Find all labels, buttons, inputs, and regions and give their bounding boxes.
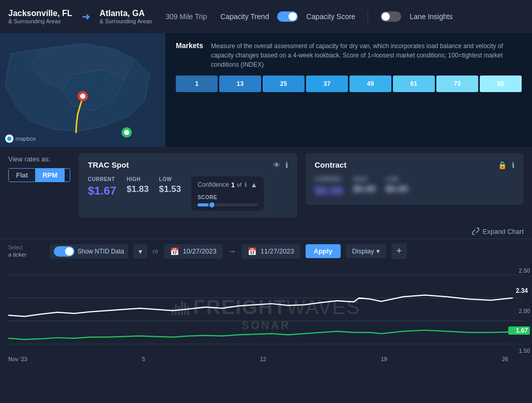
current-rate-group: CURRENT $1.67 <box>88 176 116 198</box>
x-label-19: 19 <box>381 356 387 362</box>
markets-header: Markets Measure of the overall assessmen… <box>176 41 522 69</box>
scale-cell-6[interactable]: 61 <box>393 76 435 92</box>
x-label-26: 26 <box>502 356 508 362</box>
rate-type-toggle[interactable]: Flat RPM <box>8 168 70 182</box>
contract-card: Contract 🔒 ℹ CURRENT $0.00 High $0.00 Lo… <box>306 153 524 205</box>
confidence-slider[interactable] <box>197 203 257 206</box>
expand-icon <box>472 227 480 235</box>
low-rate-group: Low $1.53 <box>159 176 181 195</box>
origin-location: Jacksonville, FL & Surrounding Areas <box>8 9 72 24</box>
contract-body-blurred: CURRENT $0.00 High $0.00 Low $0.00 <box>315 176 515 198</box>
header-controls: Capacity Trend Capacity Score Lane Insig… <box>220 10 452 23</box>
ticker-label: a ticker <box>8 251 44 258</box>
high-value: $1.83 <box>127 184 149 195</box>
ntid-label: Show NTID Data <box>78 248 124 255</box>
markets-overlay: Markets Measure of the overall assessmen… <box>165 33 532 147</box>
trac-spot-title: TRAC Spot <box>88 160 129 169</box>
start-date-value: 10/27/2023 <box>183 247 217 255</box>
ntid-dropdown-button[interactable]: ▾ <box>133 244 147 259</box>
capacity-score-label: Capacity Score <box>306 12 355 21</box>
confidence-chevron-icon[interactable]: ▲ <box>250 181 257 189</box>
scale-cell-4[interactable]: 37 <box>306 76 348 92</box>
current-value: $1.67 <box>88 184 116 198</box>
view-rates-label: View rates as: <box>8 155 70 163</box>
contract-icons: 🔒 ℹ <box>498 161 514 169</box>
markets-title: Markets <box>176 41 207 50</box>
confidence-label: Confidence <box>197 181 229 188</box>
map-background: mapbox <box>0 33 165 147</box>
calendar-start-icon: 📅 <box>170 247 179 256</box>
header: Jacksonville, FL & Surrounding Areas ➜ A… <box>0 0 532 33</box>
x-label-5: 5 <box>142 356 145 362</box>
svg-point-2 <box>80 94 85 99</box>
origin-sub: & Surrounding Areas <box>8 18 72 24</box>
svg-point-5 <box>7 137 11 141</box>
scale-cell-8[interactable]: 85 <box>480 76 522 92</box>
contract-current-label: CURRENT <box>315 176 343 182</box>
ticker-selector[interactable]: Select a ticker <box>8 245 44 258</box>
start-date-input[interactable]: 📅 10/27/2023 <box>164 244 223 259</box>
confidence-header: Confidence 1 of ℹ ▲ <box>197 181 257 189</box>
expand-chart-button[interactable]: Expand Chart <box>472 227 524 235</box>
origin-city: Jacksonville, FL <box>8 9 72 18</box>
y-label-167: 1.67 <box>508 326 530 335</box>
destination-city: Atlanta, GA <box>100 9 153 18</box>
trac-spot-card: TRAC Spot 👁 ℹ CURRENT $1.67 High $1.83 L… <box>79 153 297 218</box>
end-date-input[interactable]: 📅 11/27/2023 <box>241 244 300 259</box>
contract-info-icon[interactable]: ℹ <box>512 161 514 169</box>
map-svg <box>0 33 165 147</box>
chart-svg <box>8 263 524 364</box>
contract-high-value: $0.00 <box>354 184 376 195</box>
scale-cell-3[interactable]: 25 <box>263 76 305 92</box>
or-label: or <box>153 247 159 255</box>
trac-spot-body: CURRENT $1.67 High $1.83 Low $1.53 Confi… <box>88 176 288 211</box>
y-label-200: 2.00 <box>508 308 530 314</box>
trac-spot-icons: 👁 ℹ <box>273 161 288 169</box>
contract-high-group: High $0.00 <box>354 176 376 195</box>
confidence-box: Confidence 1 of ℹ ▲ Score <box>191 176 264 211</box>
map-section: mapbox Markets Measure of the overall as… <box>0 33 532 147</box>
chart-area: FREIGHTWAVES SONAR 2.50 2.34 2.00 1.67 1… <box>0 263 532 364</box>
expand-chart-label: Expand Chart <box>483 228 524 235</box>
x-label-nov: Nov '23 <box>8 356 27 362</box>
scale-cell-7[interactable]: 73 <box>436 76 478 92</box>
ntid-toggle-container: Show NTID Data <box>50 244 128 259</box>
confidence-info-icon[interactable]: ℹ <box>245 181 247 188</box>
scale-cell-2[interactable]: 13 <box>219 76 261 92</box>
capacity-trend-toggle[interactable] <box>277 11 298 22</box>
contract-low-group: Low $0.00 <box>386 176 408 195</box>
info-icon[interactable]: ℹ <box>285 161 288 169</box>
mapbox-circle-icon <box>5 135 13 143</box>
mapbox-label: mapbox <box>16 136 36 142</box>
contract-title: Contract <box>315 160 347 169</box>
contract-low-value: $0.00 <box>386 184 408 195</box>
x-label-12: 12 <box>260 356 266 362</box>
view-rates-control: View rates as: Flat RPM <box>8 153 70 182</box>
high-rate-group: High $1.83 <box>127 176 149 195</box>
contract-current-value: $0.00 <box>315 184 343 198</box>
scale-cell-1[interactable]: 1 <box>176 76 218 92</box>
add-ticker-button[interactable]: + <box>391 243 407 259</box>
calendar-end-icon: 📅 <box>248 247 256 256</box>
eye-icon[interactable]: 👁 <box>273 161 280 169</box>
destination-sub: & Surrounding Areas <box>100 18 153 24</box>
lane-insights-toggle[interactable] <box>381 11 401 22</box>
display-chevron-icon: ▾ <box>376 247 380 255</box>
rates-section: View rates as: Flat RPM TRAC Spot 👁 ℹ CU… <box>0 147 532 224</box>
expand-row: Expand Chart <box>0 224 532 238</box>
flat-rate-button[interactable]: Flat <box>9 169 35 182</box>
score-scale: 1 13 25 37 49 61 73 85 <box>176 76 522 92</box>
scale-cell-5[interactable]: 49 <box>349 76 391 92</box>
rpm-rate-button[interactable]: RPM <box>35 169 65 182</box>
confidence-slider-dot[interactable] <box>208 201 216 208</box>
apply-button[interactable]: Apply <box>306 244 341 258</box>
low-value: $1.53 <box>159 184 181 195</box>
trac-spot-header: TRAC Spot 👁 ℹ <box>88 160 288 169</box>
end-date-value: 11/27/2023 <box>261 247 294 255</box>
contract-header: Contract 🔒 ℹ <box>315 160 515 169</box>
display-button[interactable]: Display ▾ <box>346 244 386 258</box>
capacity-trend-label: Capacity Trend <box>220 12 269 21</box>
ntid-data-toggle[interactable] <box>54 246 74 257</box>
display-label: Display <box>352 247 374 255</box>
lane-insights-label: Lane Insights <box>409 12 452 21</box>
